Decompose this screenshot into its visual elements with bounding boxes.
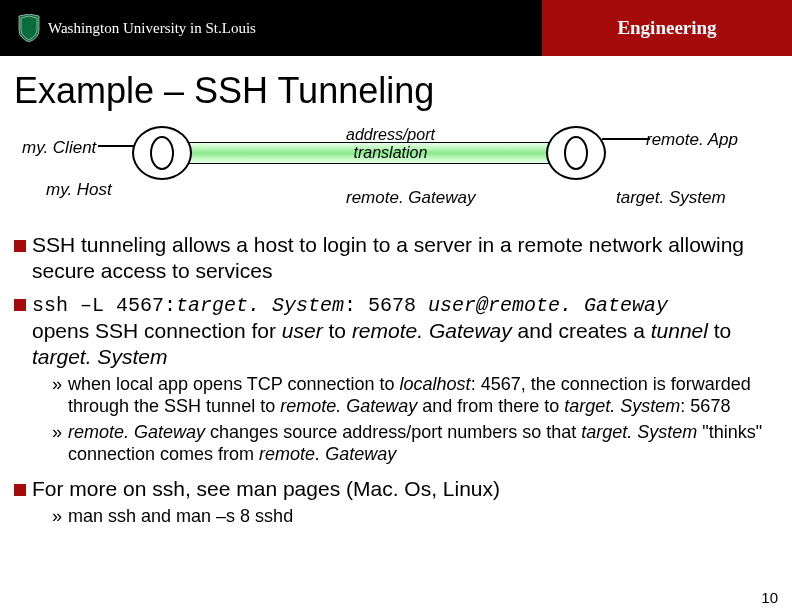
bullet-3: For more on ssh, see man pages (Mac. Os,… — [14, 476, 778, 502]
label-gateway: remote. Gateway — [346, 188, 475, 208]
label-addr-1: address/port — [346, 126, 435, 143]
b1-prefix: SSH — [32, 233, 75, 256]
bullet-square-icon — [14, 240, 26, 252]
label-client: my. Client — [22, 138, 96, 158]
page-number: 10 — [761, 589, 778, 606]
slide-title: Example – SSH Tunneling — [0, 56, 792, 116]
sub-bullet-3: » man ssh and man –s 8 sshd — [52, 506, 778, 528]
line-app — [602, 138, 650, 140]
bullet-1-text: SSH tunneling allows a host to login to … — [32, 232, 778, 285]
sub-bullet-2: » remote. Gateway changes source address… — [52, 422, 778, 466]
bullet-square-icon — [14, 484, 26, 496]
label-app: remote. App — [646, 130, 738, 150]
header-right: Engineering — [542, 0, 792, 56]
university-logo: Washington University in St.Louis — [18, 14, 256, 42]
ssh-command: ssh –L 4567:target. System: 5678 user@re… — [32, 294, 668, 317]
label-target: target. System — [616, 188, 726, 208]
label-host: my. Host — [46, 180, 112, 200]
chevron-icon: » — [52, 506, 62, 528]
label-addr-2: translation — [354, 144, 428, 161]
sub-bullet-1: » when local app opens TCP connection to… — [52, 374, 778, 418]
slide-content: SSH tunneling allows a host to login to … — [0, 232, 792, 528]
shield-icon — [18, 14, 40, 42]
bullet-3-text: For more on ssh, see man pages (Mac. Os,… — [32, 476, 778, 502]
bullet-1: SSH tunneling allows a host to login to … — [14, 232, 778, 285]
chevron-icon: » — [52, 374, 62, 418]
gateway-node-inner — [564, 136, 588, 170]
bullet-2: ssh –L 4567:target. System: 5678 user@re… — [14, 291, 778, 371]
sub2-text: remote. Gateway changes source address/p… — [68, 422, 778, 466]
engineering-label: Engineering — [617, 17, 716, 39]
host-node-inner — [150, 136, 174, 170]
bullet-2-text: ssh –L 4567:target. System: 5678 user@re… — [32, 291, 778, 371]
sub1-text: when local app opens TCP connection to l… — [68, 374, 778, 418]
bullet-square-icon — [14, 299, 26, 311]
slide-header: Washington University in St.Louis Engine… — [0, 0, 792, 56]
label-address-port: address/port translation — [346, 126, 435, 161]
university-name: Washington University in St.Louis — [48, 20, 256, 37]
ssh-tunnel-diagram: my. Client my. Host address/port transla… — [16, 116, 776, 226]
chevron-icon: » — [52, 422, 62, 466]
b1-rest: tunneling allows a host to login to a se… — [32, 233, 744, 282]
sub3-text: man ssh and man –s 8 sshd — [68, 506, 293, 528]
header-left: Washington University in St.Louis — [0, 0, 542, 56]
